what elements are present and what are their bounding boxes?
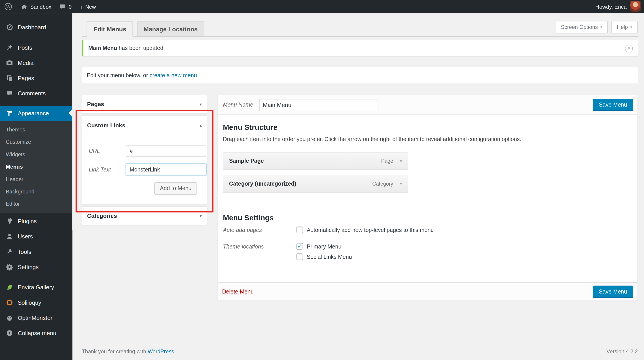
new-content-button[interactable]: + New: [76, 0, 100, 13]
update-notice: Main Menu has been updated. ✕: [82, 40, 638, 56]
menu-name-input[interactable]: [259, 98, 378, 111]
plug-icon: [5, 217, 14, 225]
new-label: New: [85, 4, 96, 10]
delete-menu-link[interactable]: Delete Menu: [222, 289, 254, 295]
sidebar-item-label: Envira Gallery: [18, 284, 54, 290]
sidebar-item-dashboard[interactable]: Dashboard: [0, 20, 72, 35]
custom-links-panel: Custom Links ▴ URL Link Text: [82, 115, 207, 205]
comments-shortcut[interactable]: 0: [56, 0, 76, 13]
home-icon: [20, 3, 28, 10]
social-links-menu-checkbox[interactable]: [296, 253, 303, 260]
menu-editor-column: Menu Name Save Menu Menu Structure Drag …: [218, 95, 638, 301]
tab-manage-locations[interactable]: Manage Locations: [137, 22, 204, 37]
admin-bar: W Sandbox 0 + New Howdy, Erica: [0, 0, 644, 13]
submenu-item-editor[interactable]: Editor: [0, 198, 72, 210]
chevron-down-icon: ▾: [630, 25, 632, 29]
submenu-item-customize[interactable]: Customize: [0, 136, 72, 148]
leaf-icon: [5, 283, 14, 291]
menu-item-sample-page[interactable]: Sample Page Page ▾: [223, 152, 408, 170]
create-new-menu-link[interactable]: create a new menu: [150, 72, 197, 79]
chevron-down-icon[interactable]: ▾: [400, 158, 402, 164]
howdy-text[interactable]: Howdy, Erica: [596, 4, 627, 10]
sidebar-item-plugins[interactable]: Plugins: [0, 213, 72, 229]
help-label: Help: [617, 24, 628, 30]
submenu-item-menus[interactable]: Menus: [0, 161, 72, 173]
main-content: Screen Options ▾ Help ▾ Edit Menus Manag…: [72, 13, 644, 360]
chevron-down-icon: ▾: [600, 25, 602, 29]
chevron-up-icon[interactable]: ▴: [200, 122, 202, 128]
submenu-item-widgets[interactable]: Widgets: [0, 148, 72, 161]
gear-icon: [5, 263, 14, 271]
auto-add-pages-row: Auto add pages Automatically add new top…: [223, 227, 633, 237]
pages-panel-header[interactable]: Pages ▾: [82, 95, 207, 113]
menu-structure-heading: Menu Structure: [223, 123, 633, 132]
sidebar-item-settings[interactable]: Settings: [0, 259, 72, 274]
pages-panel: Pages ▾: [82, 95, 207, 114]
dismiss-notice-icon[interactable]: ✕: [625, 44, 633, 52]
categories-panel-header[interactable]: Categories ▾: [82, 207, 207, 225]
site-name-link[interactable]: Sandbox: [16, 0, 56, 13]
sidebar-item-label: Users: [18, 233, 33, 240]
intro-suffix: .: [197, 72, 198, 79]
primary-menu-checkbox[interactable]: ✓: [296, 243, 303, 250]
menu-item-label: Category (uncategorized): [229, 181, 296, 187]
url-input[interactable]: [126, 145, 206, 157]
sidebar-item-posts[interactable]: Posts: [0, 40, 72, 55]
sidebar-item-collapse-menu[interactable]: Collapse menu: [0, 325, 72, 340]
help-button[interactable]: Help ▾: [612, 22, 638, 34]
sidebar-item-tools[interactable]: Tools: [0, 244, 72, 259]
sidebar-item-label: Tools: [18, 248, 31, 255]
menu-editor-footer: Delete Menu Save Menu: [218, 282, 638, 300]
add-to-menu-button[interactable]: Add to Menu: [154, 182, 197, 194]
tab-edit-menus[interactable]: Edit Menus: [87, 22, 133, 37]
custom-links-panel-header[interactable]: Custom Links ▴: [82, 116, 207, 135]
sidebar-item-envira-gallery[interactable]: Envira Gallery: [0, 279, 72, 295]
submenu-item-header[interactable]: Header: [0, 173, 72, 186]
menu-item-category-uncategorized[interactable]: Category (uncategorized) Category ▾: [223, 175, 408, 193]
pages-panel-title: Pages: [87, 101, 104, 107]
appearance-icon: [5, 109, 14, 117]
submenu-item-themes[interactable]: Themes: [0, 124, 72, 136]
wordpress-logo-menu[interactable]: W: [0, 0, 16, 13]
sidebar-item-label: Soliloquy: [18, 299, 41, 306]
sidebar-item-label: OptinMonster: [18, 314, 52, 321]
screen-meta-links: Screen Options ▾ Help ▾: [556, 22, 638, 34]
sidebar-item-label: Collapse menu: [18, 329, 56, 336]
sidebar-item-comments[interactable]: Comments: [0, 86, 72, 101]
menu-editor-card: Menu Name Save Menu Menu Structure Drag …: [218, 95, 638, 301]
screen-options-label: Screen Options: [561, 24, 598, 30]
footer-thanks-text: Thank you for creating with: [82, 348, 148, 355]
chevron-down-icon[interactable]: ▾: [400, 181, 402, 187]
sidebar-item-appearance[interactable]: Appearance: [0, 106, 72, 121]
menu-editor-body: Menu Structure Drag each item into the o…: [218, 115, 638, 282]
camera-icon: [5, 58, 14, 67]
comment-bubble-icon: [60, 3, 66, 10]
notice-message: has been updated.: [117, 45, 165, 51]
auto-add-pages-label: Auto add pages: [223, 227, 296, 237]
wordpress-logo-icon: W: [4, 3, 12, 11]
screen-options-button[interactable]: Screen Options ▾: [556, 22, 608, 34]
menu-structure-help: Drag each item into the order you prefer…: [223, 136, 633, 142]
section-divider: [218, 206, 638, 206]
pages-icon: [5, 74, 14, 82]
sidebar-item-optinmonster[interactable]: OptinMonster: [0, 310, 72, 325]
avatar[interactable]: [630, 1, 641, 12]
comments-icon: [5, 89, 14, 97]
sidebar-item-pages[interactable]: Pages: [0, 70, 72, 86]
submenu-item-background[interactable]: Background: [0, 186, 72, 198]
save-menu-button-top[interactable]: Save Menu: [593, 98, 633, 111]
collapse-arrow-icon: [5, 329, 14, 337]
link-text-input[interactable]: [126, 164, 206, 175]
sidebar-item-label: Appearance: [18, 110, 49, 117]
save-menu-button-bottom[interactable]: Save Menu: [593, 285, 633, 298]
auto-add-pages-checkbox[interactable]: [296, 227, 303, 233]
wordpress-link[interactable]: WordPress: [148, 348, 174, 355]
chevron-down-icon[interactable]: ▾: [200, 101, 202, 107]
sidebar-item-users[interactable]: Users: [0, 229, 72, 244]
admin-bar-account: Howdy, Erica: [591, 0, 644, 13]
sidebar-item-label: Settings: [18, 264, 38, 270]
sidebar-item-media[interactable]: Media: [0, 55, 72, 70]
sidebar-item-soliloquy[interactable]: Soliloquy: [0, 295, 72, 310]
chevron-down-icon[interactable]: ▾: [200, 213, 202, 219]
primary-menu-label: Primary Menu: [307, 243, 342, 249]
